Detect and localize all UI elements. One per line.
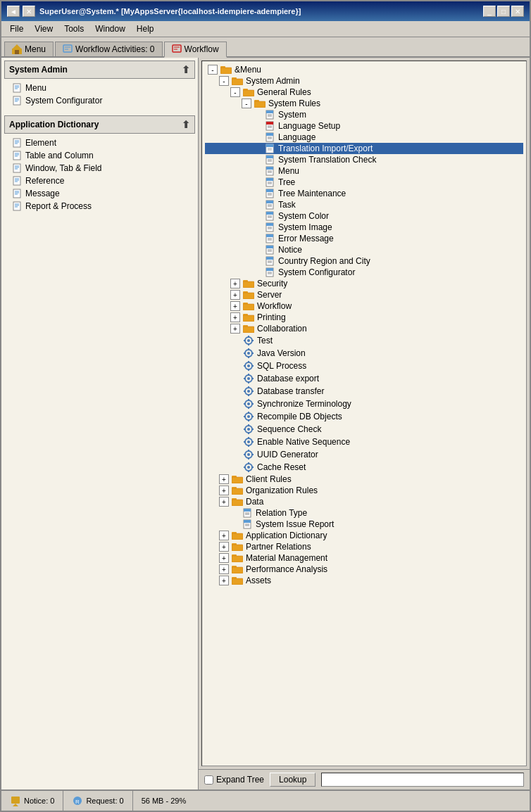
expander-collaboration[interactable]: + (230, 324, 240, 334)
tree-node-relation-type[interactable]: Relation Type (205, 507, 523, 519)
menu-file[interactable]: File (4, 23, 29, 35)
expander-general-rules[interactable]: - (230, 87, 240, 97)
sidebar-section-app-dict-header[interactable]: Application Dictionary ⬆ (4, 115, 195, 134)
expander-app-dict-node[interactable]: + (219, 531, 229, 540)
tree-node-uuid-generator[interactable]: UUID Generator (205, 448, 523, 461)
tab-menu[interactable]: Menu (4, 42, 54, 56)
expander-security[interactable]: + (230, 279, 240, 288)
table-column-doc-icon (13, 151, 23, 160)
svg-rect-86 (266, 201, 273, 203)
tree-node-sequence-check[interactable]: Sequence Check (205, 423, 523, 436)
tree-node-tree-maintenance[interactable]: Tree Maintenance (205, 188, 523, 199)
tree-node-system-admin[interactable]: - System Admin (205, 75, 523, 87)
tree-node-workflow-node[interactable]: + Workflow (205, 300, 523, 312)
menu-tools[interactable]: Tools (58, 23, 89, 35)
expander-amenu[interactable]: - (208, 65, 218, 75)
tree-node-security[interactable]: + Security (205, 278, 523, 289)
tree-node-translation-import-export[interactable]: Translation Import/Export (205, 143, 523, 154)
expander-data[interactable]: + (219, 497, 229, 507)
tree-node-database-export[interactable]: Database export (205, 372, 523, 385)
tree-node-cache-reset[interactable]: Cache Reset (205, 461, 523, 474)
sidebar-item-reference[interactable]: Reference (10, 175, 195, 187)
expander-client-rules[interactable]: + (219, 474, 229, 484)
tree-node-synchronize-terminology[interactable]: Synchronize Terminology (205, 398, 523, 410)
expander-performance-analysis[interactable]: + (219, 564, 229, 574)
sidebar-item-message[interactable]: Message (10, 187, 195, 200)
tree-node-data[interactable]: + Data (205, 496, 523, 507)
tree-node-system-translation-check[interactable]: System Translation Check (205, 154, 523, 165)
tree-node-server[interactable]: + Server (205, 289, 523, 300)
expander-organization-rules[interactable]: + (219, 486, 229, 495)
tab-workflow[interactable]: Workflow (164, 42, 227, 58)
svg-rect-13 (13, 96, 20, 105)
tree-node-enable-native-sequence[interactable]: Enable Native Sequence (205, 436, 523, 448)
svg-rect-175 (251, 429, 254, 430)
expand-tree-checkbox[interactable] (204, 775, 213, 785)
tree-node-material-management[interactable]: + Material Management (205, 552, 523, 564)
tree-node-database-transfer[interactable]: Database transfer (205, 385, 523, 398)
tree-node-system-issue-report[interactable]: System Issue Report (205, 519, 523, 530)
task-doc-icon (266, 200, 275, 210)
tree-node-general-rules[interactable]: - General Rules (205, 87, 523, 98)
tree-node-language-setup[interactable]: Language Setup (205, 120, 523, 132)
lookup-input[interactable] (321, 773, 524, 787)
sidebar-item-system-configurator[interactable]: System Configurator (10, 94, 195, 107)
tree-node-assets[interactable]: + Assets (205, 575, 523, 586)
menu-view[interactable]: View (29, 23, 58, 35)
svg-text:R: R (76, 799, 80, 805)
tree-node-sql-process[interactable]: SQL Process (205, 360, 523, 372)
back-button[interactable]: ◄ (7, 6, 20, 17)
tree-node-application-dictionary-node[interactable]: + Application Dictionary (205, 530, 523, 541)
expander-server[interactable]: + (230, 290, 240, 300)
tree-node-performance-analysis[interactable]: + Performance Analysis (205, 564, 523, 575)
tree-node-menu-item[interactable]: Menu (205, 165, 523, 177)
tree-node-notice[interactable]: Notice (205, 244, 523, 255)
tree-node-system-color[interactable]: System Color (205, 210, 523, 222)
sidebar-section-system-admin-header[interactable]: System Admin ⬆ (4, 61, 195, 79)
tree-node-test-label: Test (257, 336, 273, 345)
sidebar-item-table-column-label: Table and Column (25, 151, 94, 160)
tree-node-country-region-city[interactable]: Country Region and City (205, 255, 523, 267)
minimize-button[interactable]: _ (483, 6, 496, 17)
tree-node-system-configurator-item[interactable]: System Configurator (205, 267, 523, 278)
tree-node-error-message[interactable]: Error Message (205, 233, 523, 244)
tree-node-client-rules[interactable]: + Client Rules (205, 474, 523, 485)
close-button[interactable]: ✕ (511, 6, 524, 17)
expander-system-rules[interactable]: - (242, 99, 251, 108)
tree-node-java-version[interactable]: Java Version (205, 347, 523, 360)
forward-button[interactable]: ✕ (23, 6, 35, 17)
sidebar-item-table-column[interactable]: Table and Column (10, 149, 195, 162)
tree-node-language[interactable]: Language (205, 132, 523, 143)
tree-node-amenu[interactable]: - &Menu (205, 64, 523, 75)
expander-assets[interactable]: + (219, 576, 229, 585)
expander-workflow-node[interactable]: + (230, 301, 240, 311)
collapse-app-dict-icon[interactable]: ⬆ (182, 119, 190, 130)
expander-system-admin[interactable]: - (219, 76, 229, 86)
sidebar-item-element[interactable]: Element (10, 137, 195, 149)
sidebar-item-window-tab-field[interactable]: Window, Tab & Field (10, 162, 195, 175)
tree-node-tree[interactable]: Tree (205, 177, 523, 188)
tree-node-collaboration[interactable]: + Collaboration (205, 323, 523, 334)
expander-partner-relations[interactable]: + (219, 542, 229, 552)
tree-node-system-image[interactable]: System Image (205, 222, 523, 233)
expander-material-management[interactable]: + (219, 553, 229, 563)
tree-node-partner-relations[interactable]: + Partner Relations (205, 541, 523, 552)
maximize-button[interactable]: □ (497, 6, 510, 17)
tree-node-organization-rules[interactable]: + Organization Rules (205, 485, 523, 496)
tab-workflow-activities[interactable]: Workflow Activities: 0 (55, 42, 162, 56)
svg-rect-160 (248, 399, 249, 401)
tree-node-recompile-db-objects[interactable]: Recompile DB Objects (205, 410, 523, 423)
lookup-button[interactable]: Lookup (270, 773, 316, 787)
expander-printing[interactable]: + (230, 312, 240, 322)
menu-window[interactable]: Window (89, 23, 131, 35)
tree-panel[interactable]: - &Menu - (201, 61, 527, 766)
tree-node-system[interactable]: System (205, 109, 523, 120)
tree-node-system-rules[interactable]: - System Rules (205, 98, 523, 109)
sidebar-item-report-process[interactable]: Report & Process (10, 200, 195, 212)
menu-help[interactable]: Help (131, 23, 160, 35)
tree-node-printing[interactable]: + Printing (205, 312, 523, 323)
tree-node-test[interactable]: Test (205, 334, 523, 347)
tree-node-task[interactable]: Task (205, 199, 523, 210)
collapse-system-admin-icon[interactable]: ⬆ (182, 64, 190, 75)
sidebar-item-menu[interactable]: Menu (10, 82, 195, 94)
